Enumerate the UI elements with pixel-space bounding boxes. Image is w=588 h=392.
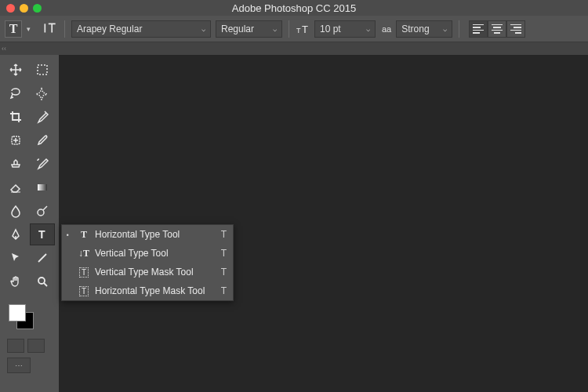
font-size-dropdown[interactable]: 10 pt ⌵ (314, 20, 376, 38)
svg-point-7 (38, 278, 45, 284)
type-horizontal-mask-icon: T (78, 286, 90, 296)
tool-preset-chevron-icon[interactable]: ▾ (27, 25, 34, 33)
clone-stamp-tool[interactable] (4, 154, 27, 174)
app-title: Adobe Photoshop CC 2015 (232, 2, 356, 14)
anti-alias-value: Strong (401, 24, 429, 34)
font-style-value: Regular (221, 24, 254, 34)
flyout-label: Vertical Type Mask Tool (95, 267, 207, 278)
gradient-tool[interactable] (31, 177, 54, 198)
flyout-shortcut: T (221, 267, 227, 278)
font-size-icon: TT (296, 22, 310, 36)
svg-text:T: T (296, 27, 301, 34)
flyout-shortcut: T (221, 248, 227, 259)
chevron-down-icon: ⌵ (438, 25, 447, 33)
separator (459, 20, 459, 38)
line-tool[interactable] (31, 248, 54, 268)
flyout-item-vertical[interactable]: ↓TVertical Type ToolT (62, 244, 233, 263)
flyout-item-vertical-mask[interactable]: TVertical Type Mask ToolT (62, 263, 233, 281)
svg-text:T: T (302, 24, 308, 35)
healing-brush-tool[interactable] (4, 130, 27, 151)
foreground-swatch[interactable] (9, 304, 26, 321)
type-tool-flyout: ▪THorizontal Type ToolT↓TVertical Type T… (61, 224, 234, 301)
text-align-group (469, 20, 525, 38)
flyout-label: Vertical Type Tool (95, 248, 207, 259)
zoom-tool[interactable] (31, 271, 54, 292)
svg-rect-2 (38, 65, 47, 74)
font-size-value: 10 pt (320, 24, 341, 34)
font-family-value: Arapey Regular (77, 24, 142, 34)
canvas-area[interactable] (59, 55, 588, 392)
window-titlebar: Adobe Photoshop CC 2015 (0, 0, 588, 16)
close-window-button[interactable] (6, 4, 15, 13)
anti-alias-dropdown[interactable]: Strong ⌵ (396, 20, 452, 38)
eyedropper-tool[interactable] (31, 107, 54, 127)
history-brush-tool[interactable] (31, 154, 54, 174)
flyout-label: Horizontal Type Mask Tool (95, 285, 207, 296)
color-swatches[interactable] (9, 304, 40, 336)
tool-preset-picker[interactable]: T (5, 20, 22, 38)
path-select-tool[interactable] (4, 248, 27, 268)
brush-tool[interactable] (31, 130, 54, 151)
quick-mask-button[interactable] (7, 339, 24, 353)
lasso-tool[interactable] (4, 83, 27, 103)
active-dot-icon: ▪ (67, 231, 73, 238)
marquee-tool[interactable] (31, 60, 54, 80)
svg-text:T: T (38, 228, 45, 241)
hand-tool[interactable] (4, 271, 27, 292)
font-style-dropdown[interactable]: Regular ⌵ (216, 20, 282, 38)
separator (289, 20, 289, 38)
panel-tab-strip: ‹‹ (0, 42, 588, 55)
type-vertical-icon: ↓T (78, 248, 90, 260)
edit-toolbar-button[interactable]: ⋯ (7, 358, 31, 373)
align-left-button[interactable] (469, 20, 488, 38)
tools-panel: T ⋯ (0, 55, 59, 392)
flyout-shortcut: T (221, 229, 227, 240)
text-orientation-toggle[interactable] (42, 21, 58, 37)
window-controls (0, 4, 42, 13)
chevron-down-icon: ⌵ (268, 25, 277, 33)
flyout-shortcut: T (221, 285, 227, 296)
svg-point-5 (38, 209, 44, 216)
align-center-button[interactable] (488, 20, 506, 38)
type-tool[interactable]: T (31, 224, 54, 245)
font-family-dropdown[interactable]: Arapey Regular ⌵ (71, 20, 211, 38)
move-tool[interactable] (4, 60, 27, 80)
maximize-window-button[interactable] (33, 4, 42, 13)
screen-mode-button[interactable] (27, 339, 45, 353)
flyout-item-horizontal-mask[interactable]: THorizontal Type Mask ToolT (62, 281, 233, 300)
separator (64, 20, 65, 38)
type-vertical-mask-icon: T (78, 267, 90, 278)
anti-alias-label: aa (382, 24, 391, 34)
blur-tool[interactable] (4, 201, 27, 221)
flyout-label: Horizontal Type Tool (95, 229, 207, 240)
crop-tool[interactable] (4, 107, 27, 127)
pen-tool[interactable] (4, 224, 27, 245)
type-horizontal-icon: T (78, 229, 90, 241)
chevron-down-icon: ⌵ (361, 25, 370, 33)
flyout-item-horizontal[interactable]: ▪THorizontal Type ToolT (62, 225, 233, 244)
panel-collapse-icon[interactable]: ‹‹ (2, 45, 6, 53)
quick-select-tool[interactable] (31, 83, 54, 103)
dodge-tool[interactable] (31, 201, 54, 221)
align-right-button[interactable] (506, 20, 525, 38)
chevron-down-icon: ⌵ (197, 25, 205, 33)
minimize-window-button[interactable] (20, 4, 28, 13)
svg-rect-4 (38, 184, 47, 191)
eraser-tool[interactable] (4, 177, 27, 198)
options-bar: T ▾ Arapey Regular ⌵ Regular ⌵ TT 10 pt … (0, 16, 588, 42)
